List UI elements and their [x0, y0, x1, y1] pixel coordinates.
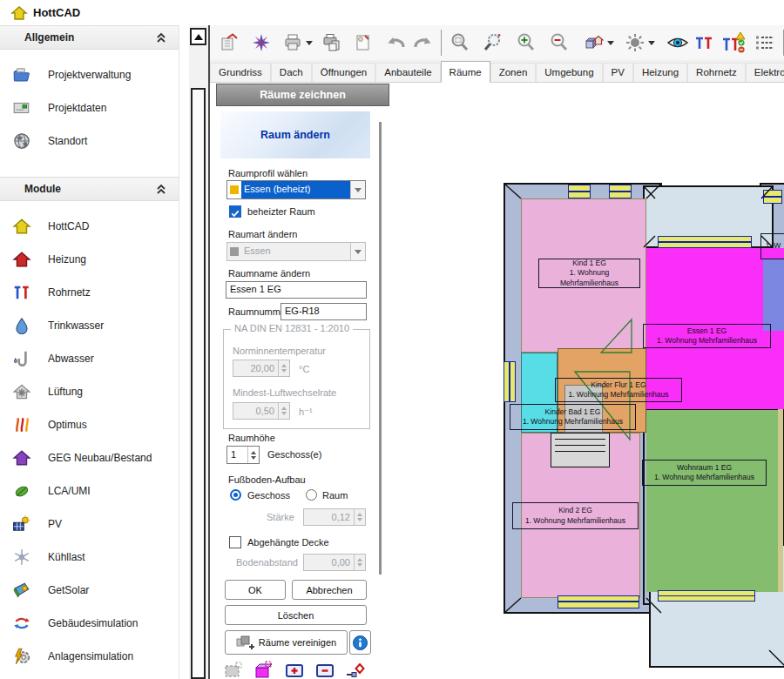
stairs [551, 433, 610, 467]
room-label-partial[interactable]: 1. W [760, 233, 784, 259]
tab-zonen[interactable]: Zonen [490, 63, 537, 82]
sidebar-item-projektverwaltung[interactable]: Projektverwaltung [0, 58, 179, 91]
panel-scrollbar-thumb[interactable] [379, 122, 382, 575]
pipes-icon[interactable] [691, 30, 717, 56]
tab-bar: Grundriss Dach Öffnungen Anbauteile Räum… [210, 60, 784, 83]
tab-elektro[interactable]: Elektro [746, 63, 784, 82]
raumname-input[interactable]: Essen 1 EG [226, 281, 367, 299]
cancel-button[interactable]: Abbrechen [292, 580, 367, 600]
radio-raum[interactable] [306, 489, 317, 501]
room-label-essen[interactable]: Essen 1 EG 1. Wohnung Mehrfamilienhaus [643, 324, 771, 348]
star-tools-icon[interactable] [248, 30, 274, 56]
sidebar-item-abwasser[interactable]: Abwasser [0, 342, 179, 375]
radio-geschoss-label: Geschoss [247, 490, 290, 501]
sidebar-item-anlagensimulation[interactable]: Anlagensimulation [0, 640, 179, 673]
norm-temp-unit: °C [299, 364, 309, 374]
sidebar-item-geg[interactable]: GEG Neubau/Bestand [0, 441, 179, 474]
raumnummer-input[interactable]: EG-R18 [280, 303, 367, 320]
delete-button[interactable]: Löschen [225, 605, 367, 625]
plant-sim-icon [12, 647, 31, 666]
combo-dropdown-button[interactable] [350, 243, 365, 260]
sidebar-item-heizung[interactable]: Heizung [0, 243, 179, 276]
tab-raeume[interactable]: Räume [441, 61, 490, 83]
sidebar-item-gebaeudesimulation[interactable]: Gebäudesimulation [0, 607, 179, 640]
brightness-icon[interactable] [622, 30, 648, 56]
print-icon[interactable] [280, 30, 306, 56]
new-plan-icon[interactable] [215, 30, 241, 56]
radio-geschoss[interactable] [230, 489, 241, 501]
view-3d-dropdown-icon[interactable] [607, 41, 614, 45]
sidebar-item-hottcad[interactable]: HottCAD [0, 210, 179, 243]
room-label-wohnraum[interactable]: Wohnraum 1 EG 1. Wohnung Mehrfamilienhau… [642, 460, 767, 486]
zoom-dynamic-icon[interactable] [480, 30, 506, 56]
raumart-select[interactable]: Essen [226, 242, 366, 261]
select-room-icon[interactable] [222, 660, 245, 679]
sidebar-item-standort[interactable]: Standort [0, 124, 179, 158]
raumhoehe-spinner[interactable]: 1 [226, 446, 260, 464]
visibility-eye-icon[interactable] [665, 30, 691, 56]
sidebar-item-lueftung[interactable]: Lüftung [0, 375, 179, 408]
tab-umgebung[interactable]: Umgebung [536, 63, 602, 82]
hottcad-logo-icon [10, 4, 28, 21]
room-label-kinder-flur[interactable]: Kinder Flur 1 EG 1. Wohnung Mehrfamilien… [555, 378, 682, 402]
tab-grundriss[interactable]: Grundriss [210, 63, 271, 82]
tab-dach[interactable]: Dach [271, 63, 312, 82]
scrollbar-thumb[interactable] [191, 88, 206, 679]
raumprofil-select[interactable]: Essen (beheizt) [226, 180, 366, 199]
luftwechselrate-spinner[interactable]: 0,50 [233, 402, 290, 420]
add-vertex-icon[interactable] [283, 660, 306, 679]
tab-pv[interactable]: PV [603, 63, 633, 82]
zoom-in-icon[interactable] [513, 30, 539, 56]
room-label-kinder-bad[interactable]: Kinder Bad 1 EG 1. Wohnung Mehrfamilienh… [510, 404, 636, 430]
staerke-spinner[interactable]: 0,12 [303, 508, 366, 526]
zoom-out-icon[interactable] [546, 30, 572, 56]
bodenabstand-spinner[interactable]: 0,00 [303, 554, 366, 571]
scroll-up-button[interactable] [190, 28, 206, 45]
sidebar-item-trinkwasser[interactable]: Trinkwasser [0, 309, 179, 342]
undo-icon[interactable] [383, 30, 409, 56]
sidebar-item-projektdaten[interactable]: Projektdaten [0, 91, 179, 124]
print-copies-icon[interactable] [319, 30, 345, 56]
tab-heizung[interactable]: Heizung [633, 63, 687, 82]
page-copy-icon[interactable] [350, 30, 376, 56]
combo-dropdown-button[interactable] [350, 181, 365, 198]
room-label-kind-2[interactable]: Kind 2 EG 1. Wohnung Mehrfamilienhaus [512, 502, 639, 529]
room-label-kind-1[interactable]: Kind 1 EG 1. Wohnung Mehrfamilienhaus [538, 259, 640, 288]
spinner-arrows-icon[interactable] [354, 509, 365, 525]
spinner-arrows-icon[interactable] [354, 555, 365, 570]
sidebar-section-allgemein[interactable]: Allgemein [0, 25, 179, 50]
ventilation-icon [12, 382, 31, 401]
tab-rohrnetz[interactable]: Rohrnetz [687, 63, 746, 82]
sidebar-item-kuehllast[interactable]: Kühllast [0, 541, 179, 574]
pipes-status-icon[interactable] [720, 30, 747, 56]
sidebar-item-getsolar[interactable]: GetSolar [0, 574, 179, 607]
sidebar-item-pv[interactable]: PV [0, 508, 179, 541]
remove-vertex-icon[interactable] [314, 660, 336, 679]
tab-anbauteile[interactable]: Anbauteile [375, 63, 440, 82]
view-3d-icon[interactable] [581, 30, 607, 56]
spinner-arrows-icon[interactable] [247, 447, 259, 463]
room-wohnraum[interactable] [646, 409, 778, 592]
beheizter-raum-checkbox[interactable] [229, 205, 241, 218]
sidebar-section-module[interactable]: Module [0, 177, 179, 201]
move-vertex-icon[interactable] [344, 660, 367, 679]
redo-icon[interactable] [409, 30, 436, 56]
task-list-icon[interactable] [752, 30, 778, 56]
tab-oeffnungen[interactable]: Öffnungen [312, 63, 376, 82]
zoom-window-icon[interactable] [447, 30, 473, 56]
room-partial-right[interactable] [763, 259, 784, 331]
print-dropdown-icon[interactable] [306, 41, 313, 45]
sidebar-item-rohrnetz[interactable]: Rohrnetz [0, 276, 179, 309]
norminnentemperatur-spinner[interactable]: 20,00 [233, 360, 290, 377]
window [504, 361, 516, 402]
merge-rooms-button[interactable]: Räume vereinigen [225, 630, 348, 655]
spinner-arrows-icon[interactable] [278, 360, 289, 376]
sidebar-item-optimus[interactable]: Optimus [0, 408, 179, 441]
sidebar-item-lca-umi[interactable]: LCA/UMI [0, 474, 179, 508]
ok-button[interactable]: OK [225, 580, 286, 600]
merge-info-button[interactable] [349, 630, 371, 655]
abgehaengte-decke-checkbox[interactable] [229, 536, 241, 548]
room-cube-icon[interactable] [253, 660, 275, 679]
brightness-dropdown-icon[interactable] [648, 41, 655, 45]
spinner-arrows-icon[interactable] [278, 403, 289, 419]
